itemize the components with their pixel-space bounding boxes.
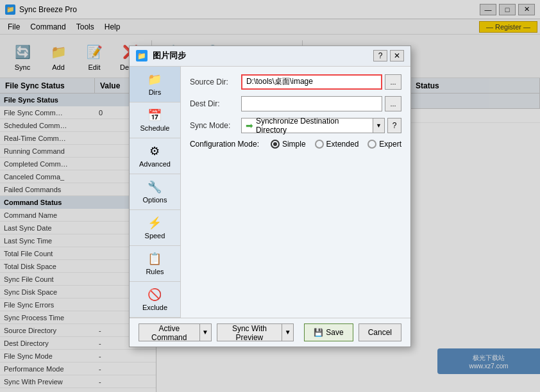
source-dir-browse-button[interactable]: ... bbox=[385, 74, 401, 90]
modal-help-button[interactable]: ? bbox=[373, 50, 387, 61]
modal-footer: Active Command ▼ Sync With Preview ▼ 💾 S… bbox=[130, 318, 410, 347]
modal-close-button[interactable]: ✕ bbox=[390, 50, 404, 61]
config-simple-label: Simple bbox=[282, 140, 306, 149]
speed-label: Speed bbox=[145, 232, 165, 240]
config-extended-label: Extended bbox=[326, 140, 359, 149]
modal-nav-dirs[interactable]: 📁 Dirs bbox=[130, 67, 180, 102]
source-dir-row: Source Dir: ... bbox=[190, 74, 401, 90]
modal-title: 图片同步 bbox=[153, 50, 373, 61]
config-simple-radio[interactable]: Simple bbox=[271, 140, 306, 149]
dest-dir-row: Dest Dir: ... bbox=[190, 96, 401, 111]
save-button[interactable]: 💾 Save bbox=[304, 323, 353, 341]
exclude-label: Exclude bbox=[142, 304, 167, 311]
modal-nav-schedule[interactable]: 📅 Schedule bbox=[130, 102, 180, 138]
modal-nav-advanced[interactable]: ⚙ Advanced bbox=[130, 138, 180, 174]
rules-label: Rules bbox=[146, 268, 164, 275]
rules-icon: 📋 bbox=[148, 252, 162, 266]
dirs-icon: 📁 bbox=[148, 72, 162, 86]
modal-nav-exclude[interactable]: 🚫 Exclude bbox=[130, 282, 180, 318]
dest-dir-browse-button[interactable]: ... bbox=[385, 96, 401, 111]
source-dir-label: Source Dir: bbox=[190, 78, 241, 86]
modal-overlay: 📁 图片同步 ? ✕ 📁 Dirs 📅 Schedule bbox=[0, 0, 540, 392]
config-simple-radio-indicator bbox=[271, 140, 280, 149]
exclude-icon: 🚫 bbox=[148, 288, 162, 302]
speed-icon: ⚡ bbox=[148, 216, 162, 230]
modal-title-bar: 📁 图片同步 ? ✕ bbox=[130, 46, 410, 67]
sync-with-preview-button[interactable]: Sync With Preview bbox=[217, 323, 283, 341]
dest-dir-label: Dest Dir: bbox=[190, 99, 241, 108]
config-expert-radio[interactable]: Expert bbox=[367, 140, 401, 149]
dest-dir-input[interactable] bbox=[241, 96, 382, 111]
dirs-label: Dirs bbox=[149, 88, 162, 96]
sync-mode-dropdown-arrow[interactable]: ▼ bbox=[373, 118, 385, 133]
schedule-label: Schedule bbox=[140, 124, 170, 132]
sync-mode-value: Synchronize Destination Directory bbox=[256, 117, 369, 135]
sync-mode-label: Sync Mode: bbox=[190, 121, 241, 130]
sync-mode-row: Sync Mode: ➡ Synchronize Destination Dir… bbox=[190, 118, 401, 133]
sync-preview-group: Sync With Preview ▼ bbox=[217, 323, 294, 341]
modal-dialog: 📁 图片同步 ? ✕ 📁 Dirs 📅 Schedule bbox=[129, 45, 411, 347]
config-extended-radio[interactable]: Extended bbox=[315, 140, 359, 149]
sync-preview-dropdown[interactable]: ▼ bbox=[282, 323, 294, 341]
config-mode-row: Configuration Mode: Simple Extended E bbox=[190, 140, 401, 149]
modal-nav-rules[interactable]: 📋 Rules bbox=[130, 246, 180, 282]
sync-mode-arrow: ➡ bbox=[246, 120, 253, 131]
modal-nav-speed[interactable]: ⚡ Speed bbox=[130, 210, 180, 246]
modal-options-label: Options bbox=[142, 196, 167, 204]
modal-body: 📁 Dirs 📅 Schedule ⚙ Advanced 🔧 Options ⚡ bbox=[130, 67, 410, 318]
modal-title-icon: 📁 bbox=[136, 50, 148, 61]
config-extended-radio-indicator bbox=[315, 140, 324, 149]
config-mode-radio-group: Simple Extended Expert bbox=[271, 140, 401, 149]
modal-options-icon: 🔧 bbox=[148, 180, 162, 194]
modal-title-controls: ? ✕ bbox=[373, 50, 404, 61]
source-dir-input[interactable] bbox=[241, 74, 382, 90]
active-command-button[interactable]: Active Command bbox=[139, 323, 200, 341]
config-expert-radio-indicator bbox=[367, 140, 376, 149]
active-command-group: Active Command ▼ bbox=[139, 323, 212, 341]
active-command-dropdown[interactable]: ▼ bbox=[200, 323, 212, 341]
cancel-button[interactable]: Cancel bbox=[359, 323, 401, 341]
save-label: Save bbox=[326, 328, 343, 337]
modal-nav-options[interactable]: 🔧 Options bbox=[130, 174, 180, 210]
config-expert-label: Expert bbox=[379, 140, 401, 149]
config-mode-label: Configuration Mode: bbox=[190, 140, 260, 149]
sync-mode-help-button[interactable]: ? bbox=[387, 118, 401, 133]
schedule-icon: 📅 bbox=[148, 108, 162, 122]
modal-form-content: Source Dir: ... Dest Dir: ... Sync Mode:… bbox=[181, 67, 410, 318]
save-icon: 💾 bbox=[314, 328, 323, 337]
modal-sidebar: 📁 Dirs 📅 Schedule ⚙ Advanced 🔧 Options ⚡ bbox=[130, 67, 181, 318]
advanced-icon: ⚙ bbox=[149, 144, 160, 158]
sync-mode-display[interactable]: ➡ Synchronize Destination Directory bbox=[241, 118, 373, 133]
advanced-label: Advanced bbox=[139, 160, 171, 168]
